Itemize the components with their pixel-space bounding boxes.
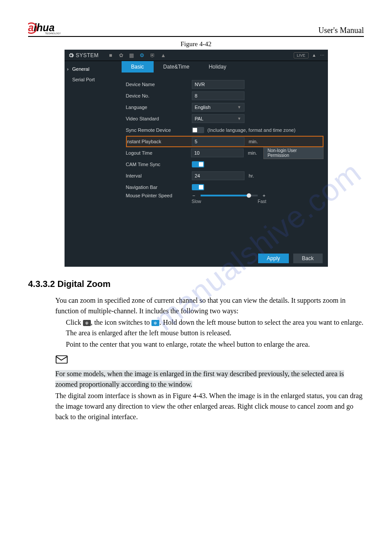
gear-icon: [68, 52, 74, 58]
input-device-no[interactable]: 8: [192, 91, 245, 100]
input-interval[interactable]: 24: [192, 171, 245, 180]
toggle-navigation-bar[interactable]: [192, 184, 204, 190]
user-icon[interactable]: ▲: [312, 53, 316, 58]
sidebar-item-general[interactable]: General: [65, 64, 122, 74]
camera-icon[interactable]: ■: [108, 52, 114, 58]
settings-form: Device Name NVR Device No. 8 Language En…: [122, 73, 328, 213]
slider-label-slow: Slow: [192, 199, 201, 204]
row-sync-remote: Sync Remote Device (Include language, fo…: [126, 124, 324, 136]
bullet-1: Click ⊕, the icon switches to ⊕. Hold do…: [55, 317, 364, 338]
unit-instant-playback: min.: [249, 139, 262, 144]
label-navigation-bar: Navigation Bar: [126, 185, 192, 190]
row-video-standard: Video Standard PAL▼: [126, 113, 324, 124]
header-title: User's Manual: [318, 26, 364, 35]
note-icon: [55, 354, 70, 368]
unit-interval: hr.: [249, 173, 262, 178]
select-video-standard[interactable]: PAL▼: [192, 114, 245, 123]
system-settings-panel: SYSTEM ■ ✿ ▦ ⚙ ⛨ ▲ LIVE ▲ ⋯ General Seri…: [65, 50, 328, 267]
main-area: Basic Date&Time Holiday Device Name NVR …: [122, 61, 328, 250]
label-mouse-speed: Mouse Pointer Speed: [126, 193, 192, 198]
label-interval: Interval: [126, 173, 192, 178]
storage-icon[interactable]: ▦: [129, 52, 135, 58]
account-icon[interactable]: ▲: [160, 52, 166, 58]
toggle-cam-time-sync[interactable]: [192, 161, 204, 167]
figure-caption: Figure 4-42: [28, 40, 364, 48]
tabs: Basic Date&Time Holiday: [122, 61, 328, 73]
slider-label-fast: Fast: [258, 199, 266, 204]
row-device-no: Device No. 8: [126, 90, 324, 102]
panel-title-text: SYSTEM: [76, 52, 99, 58]
note-text: For some models, when the image is enlar…: [55, 369, 364, 390]
button-nonlogin-permission[interactable]: Non-login User Permission: [263, 147, 323, 159]
apply-button[interactable]: Apply: [258, 254, 289, 263]
label-language: Language: [126, 105, 192, 110]
zoom-icon-blue: ⊕: [151, 320, 159, 326]
chevron-down-icon: ▼: [237, 116, 241, 121]
section-heading: 4.3.3.2 Digital Zoom: [28, 279, 364, 289]
row-device-name: Device Name NVR: [126, 79, 324, 90]
live-badge[interactable]: LIVE: [294, 52, 309, 58]
plus-icon[interactable]: +: [262, 193, 266, 198]
header-right-cluster: LIVE ▲ ⋯: [294, 52, 324, 58]
sidebar-item-serial-port[interactable]: Serial Port: [65, 74, 122, 85]
slider-labels: Slow Fast: [192, 199, 266, 204]
panel-footer: Apply Back: [65, 250, 328, 267]
panel-title: SYSTEM: [68, 52, 99, 58]
input-device-name[interactable]: NVR: [192, 80, 245, 89]
zoom-icon-grey: ⊕: [83, 320, 91, 326]
chevron-down-icon: ▼: [237, 105, 241, 109]
more-icon[interactable]: ⋯: [320, 53, 324, 58]
tab-datetime[interactable]: Date&Time: [154, 61, 199, 73]
label-video-standard: Video Standard: [126, 116, 192, 121]
label-device-no: Device No.: [126, 93, 192, 98]
brand-logo: alhua TECHNOLOGY: [28, 21, 83, 35]
tab-basic[interactable]: Basic: [122, 61, 154, 73]
system-icon[interactable]: ⚙: [139, 52, 145, 58]
network-icon[interactable]: ✿: [118, 52, 124, 58]
unit-logout-time: min.: [248, 150, 261, 156]
sidebar: General Serial Port: [65, 61, 122, 250]
slider-mouse-speed[interactable]: − +: [192, 193, 266, 198]
label-logout-time: Logout Time: [126, 150, 191, 156]
bullet-2: Point to the center that you want to enl…: [55, 339, 364, 350]
brand-subtext: TECHNOLOGY: [45, 33, 61, 35]
toggle-sync-remote[interactable]: [192, 127, 204, 133]
body-text: You can zoom in specified zone of curren…: [28, 295, 364, 422]
security-icon[interactable]: ⛨: [150, 52, 156, 58]
header-icon-row: ■ ✿ ▦ ⚙ ⛨ ▲: [108, 52, 166, 58]
row-interval: Interval 24 hr.: [126, 170, 324, 181]
row-mouse-speed: Mouse Pointer Speed − +: [126, 193, 324, 210]
minus-icon[interactable]: −: [192, 193, 196, 198]
select-language[interactable]: English▼: [192, 103, 245, 112]
slider-track[interactable]: [201, 195, 258, 196]
back-button[interactable]: Back: [293, 254, 323, 263]
input-instant-playback[interactable]: 5: [192, 137, 245, 146]
input-logout-time[interactable]: 10: [191, 149, 243, 157]
label-instant-playback: Instant Playback: [126, 139, 192, 144]
row-navigation-bar: Navigation Bar: [126, 181, 324, 193]
row-cam-time-sync: CAM Time Sync: [126, 159, 324, 170]
label-cam-time-sync: CAM Time Sync: [126, 162, 192, 167]
label-sync-remote: Sync Remote Device: [126, 127, 192, 133]
panel-header: SYSTEM ■ ✿ ▦ ⚙ ⛨ ▲ LIVE ▲ ⋯: [65, 50, 328, 61]
slider-fill: [201, 195, 249, 196]
row-logout-time: Logout Time 10 min. Non-login User Permi…: [126, 147, 324, 159]
svg-text:alhua: alhua: [28, 22, 54, 33]
paragraph-outro: The digital zoom interface is shown as i…: [55, 391, 364, 422]
svg-rect-2: [56, 356, 68, 363]
paragraph-intro: You can zoom in specified zone of curren…: [55, 295, 364, 316]
label-device-name: Device Name: [126, 82, 192, 87]
tab-holiday[interactable]: Holiday: [199, 61, 236, 73]
note-sync-remote: (Include language, format and time zone): [208, 127, 296, 133]
slider-thumb[interactable]: [247, 193, 251, 198]
page-header: alhua TECHNOLOGY User's Manual: [28, 21, 364, 37]
row-instant-playback: Instant Playback 5 min.: [126, 136, 324, 147]
row-language: Language English▼: [126, 102, 324, 113]
